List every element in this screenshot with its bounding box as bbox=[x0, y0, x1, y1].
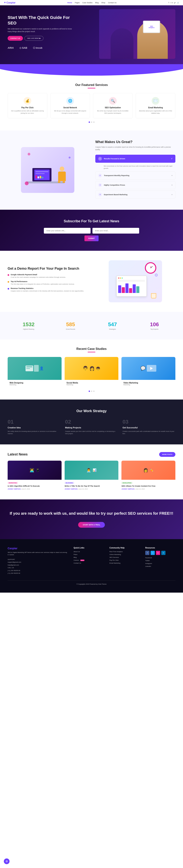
stat-strategies: 547 Strategies bbox=[92, 318, 134, 334]
contact-button[interactable]: CONTACT US bbox=[8, 36, 23, 41]
cta-button[interactable]: START WITH A TRIAL bbox=[78, 522, 105, 528]
case-card-web[interactable]: 👤 Web Designing Marketing bbox=[8, 357, 62, 388]
case-card-body-web: Web Designing Marketing bbox=[8, 380, 62, 388]
feature-label-4: Experiment Based Marketing bbox=[104, 194, 127, 195]
service-card-social[interactable]: 🌐 Social Network We let you to be always… bbox=[50, 93, 90, 118]
hero-section: Start With The Quick Guide For SEO We un… bbox=[0, 5, 183, 65]
dot-3[interactable] bbox=[93, 121, 95, 123]
dot-2[interactable] bbox=[91, 121, 92, 123]
hero-title: Start With The Quick Guide For SEO bbox=[8, 15, 72, 26]
footer-instagram-icon[interactable]: in bbox=[156, 551, 160, 555]
email-input[interactable] bbox=[93, 228, 139, 234]
email-title: Email Marketing bbox=[139, 106, 173, 108]
news-title: Latest News bbox=[8, 453, 28, 457]
footer-community-marketing[interactable]: Online Marketing bbox=[109, 554, 140, 555]
makes-great-image bbox=[8, 143, 88, 197]
dot-1[interactable] bbox=[89, 121, 90, 123]
service-card-ppc[interactable]: 💰 Pay Per Click Get a qualified service … bbox=[8, 93, 47, 118]
footer-resource-tw[interactable]: Twitter bbox=[145, 560, 175, 561]
news-card-title-2: Write A Title To Be On Top Of The Search bbox=[65, 485, 118, 487]
google-plus-icon[interactable]: g+ bbox=[174, 2, 176, 4]
news-card-1[interactable]: 👩‍💻 📱 MARKETING Is SEO Algorithm Difficu… bbox=[8, 461, 62, 492]
case-studies-title: Recent Case Studies bbox=[8, 347, 175, 351]
demo-button[interactable]: SEE LIVE DEMO ▶ bbox=[25, 36, 43, 41]
feature-label-1: Results Focused & Driven bbox=[104, 158, 125, 160]
footer-resource-li[interactable]: LinkedIn bbox=[145, 565, 175, 567]
news-author-1: JOHNNY SIMPSON bbox=[8, 488, 21, 490]
featured-services-section: Our Featured Services 💰 Pay Per Click Ge… bbox=[0, 75, 183, 130]
linkedin-icon[interactable]: in bbox=[172, 2, 173, 4]
nav-case-studies[interactable]: Case Studies bbox=[82, 2, 93, 4]
submit-button[interactable]: SUBMIT bbox=[84, 236, 99, 241]
news-card-2[interactable]: 👨‍💼 📊 BLOGGING Write A Title To Be On To… bbox=[65, 461, 118, 492]
footer-link-plans[interactable]: Plans bbox=[74, 554, 104, 555]
cta-title: If you are ready to work with us, and wo… bbox=[8, 511, 175, 516]
footer-resource-ig[interactable]: Instagram bbox=[145, 563, 175, 564]
footer-community-email[interactable]: Email Marketing bbox=[109, 562, 140, 564]
case-dot-2[interactable] bbox=[91, 391, 92, 392]
twitter-icon[interactable]: t bbox=[170, 2, 171, 4]
nav-shop[interactable]: Shop bbox=[101, 2, 105, 4]
demo-dot-red bbox=[8, 274, 9, 276]
case-card-video[interactable]: 💬 Video Marketing Marketing bbox=[121, 357, 175, 388]
seo-title: SEO Optimization bbox=[96, 106, 130, 108]
more-posts-button[interactable]: MORE POSTS bbox=[159, 452, 175, 457]
support-email-1: support@gmail.com bbox=[8, 561, 68, 564]
case-dot-3[interactable] bbox=[93, 391, 95, 392]
nav-contact[interactable]: Contact Us bbox=[108, 2, 116, 4]
copyright-text: © Copyrights 2019 Powered by Vivid Theme bbox=[76, 583, 106, 585]
footer-community-analytics[interactable]: Real Time Analytics bbox=[109, 551, 140, 553]
demo-item-text-1: Google Adwords Payment Detail It can be … bbox=[11, 274, 66, 278]
strategy-num-3: 03 bbox=[122, 419, 175, 425]
subscribe-title: Subscribe For To Get Latest News bbox=[8, 219, 175, 223]
logo-icon: ✦ bbox=[4, 1, 6, 4]
case-card-img-social: 👨 👩 👦 bbox=[65, 357, 118, 380]
feature-item-3[interactable]: 3 Highly Competitive Prices ○ bbox=[95, 181, 175, 189]
url-input[interactable] bbox=[44, 228, 90, 234]
section-divider-1 bbox=[88, 88, 95, 88]
footer-community-seo[interactable]: SEO Services bbox=[109, 557, 140, 558]
footer-link-contact[interactable]: Contact Us bbox=[74, 562, 104, 564]
feature-item-2[interactable]: 2 Transparent Monthly Reporting ○ bbox=[95, 172, 175, 180]
hero-description: We understand our customer's needs to wo… bbox=[8, 28, 72, 33]
feature-item-4[interactable]: 4 Experiment Based Marketing ○ bbox=[95, 191, 175, 198]
brand-aria: ARIA bbox=[8, 46, 14, 49]
service-card-seo[interactable]: 🔍 SEO Optimization Be at the top of peop… bbox=[93, 93, 133, 118]
service-card-email[interactable]: ✉️ Email Marketing Advertise about your … bbox=[136, 93, 175, 118]
footer-resources-list: Facebook Twitter Instagram LinkedIn bbox=[145, 557, 175, 567]
footer-community-ppc[interactable]: Pay Per Click bbox=[109, 559, 140, 561]
support-label: SUPPORT bbox=[8, 558, 68, 561]
feature-list: 1 Results Focused & Driven ✓ We concentr… bbox=[95, 155, 175, 198]
footer-bottom: © Copyrights 2019 Powered by Vivid Theme bbox=[8, 580, 175, 585]
work-strategy-section: Our Work Strategy 01 Creative Idea We no… bbox=[0, 400, 183, 444]
ppc-desc: Get a qualified service with an affordab… bbox=[10, 110, 44, 114]
footer-twitter-icon[interactable]: t bbox=[151, 551, 155, 555]
footer-link-about[interactable]: About Us bbox=[74, 551, 104, 553]
news-author-2: JOHNNY SIMPSON bbox=[65, 488, 78, 490]
stat-experts: 106 Top Experts bbox=[134, 318, 175, 334]
news-card-img-1: 👩‍💻 📱 bbox=[8, 461, 62, 480]
case-dot-1[interactable] bbox=[89, 391, 90, 392]
demo-image: ⚙ bbox=[95, 260, 175, 302]
nav-social-icons: f t in g+ 🛒 bbox=[168, 2, 179, 4]
nav-pages[interactable]: Pages bbox=[75, 2, 80, 4]
footer-resource-fb[interactable]: Facebook bbox=[145, 557, 175, 559]
cart-icon[interactable]: 🛒 bbox=[177, 2, 179, 4]
case-studies-section: Recent Case Studies 👤 Web Designing Mark… bbox=[0, 340, 183, 400]
footer-link-careers[interactable]: Careers NEW bbox=[74, 559, 104, 561]
feature-item-1[interactable]: 1 Results Focused & Driven ✓ bbox=[95, 155, 175, 163]
news-card-title-3: SEO Allows To Create Content For Free bbox=[121, 485, 175, 487]
stat-number-ranking: 1532 bbox=[11, 321, 46, 328]
footer-link-blog[interactable]: Blog bbox=[74, 557, 104, 558]
feature-label-2: Transparent Monthly Reporting bbox=[104, 175, 130, 177]
nav-home[interactable]: Home bbox=[67, 2, 72, 4]
news-card-3[interactable]: 👩 ✏️ DEVELOPING SEO Allows To Create Con… bbox=[121, 461, 175, 492]
nav-blog[interactable]: Blog bbox=[95, 2, 99, 4]
demo-item-desc-2: The first step taken is to integrate the… bbox=[11, 283, 75, 285]
footer-facebook-icon[interactable]: f bbox=[145, 551, 149, 555]
footer-linkedin-icon[interactable]: li bbox=[161, 551, 166, 555]
facebook-icon[interactable]: f bbox=[168, 2, 169, 4]
case-studies-grid: 👤 Web Designing Marketing 👨 👩 👦 Social M… bbox=[8, 357, 175, 388]
demo-dot-purple bbox=[8, 288, 9, 289]
case-card-social[interactable]: 👨 👩 👦 Social Media Marketing bbox=[65, 357, 118, 388]
